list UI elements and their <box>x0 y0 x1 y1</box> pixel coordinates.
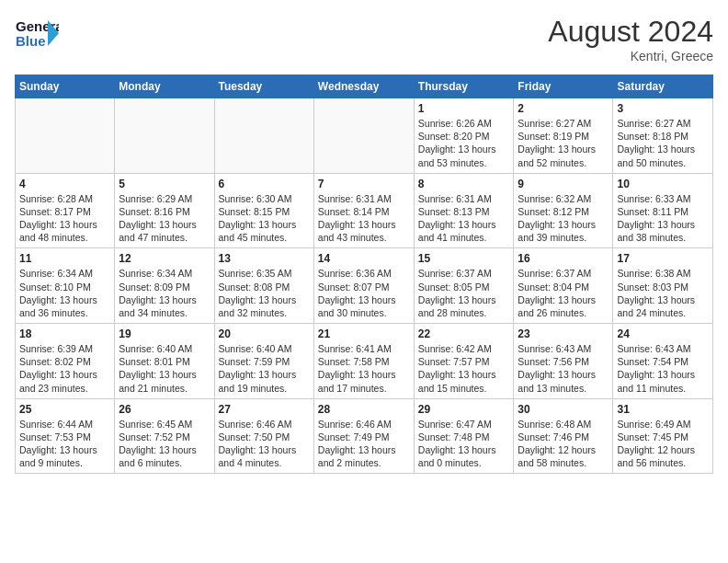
calendar-cell: 17Sunrise: 6:38 AM Sunset: 8:03 PM Dayli… <box>613 248 713 324</box>
day-number: 24 <box>617 327 709 340</box>
day-number: 8 <box>418 178 510 190</box>
day-info: Sunrise: 6:49 AM Sunset: 7:45 PM Dayligh… <box>617 418 709 470</box>
day-info: Sunrise: 6:43 AM Sunset: 7:56 PM Dayligh… <box>518 342 609 395</box>
weekday-header: Monday <box>115 75 214 98</box>
day-info: Sunrise: 6:48 AM Sunset: 7:46 PM Dayligh… <box>518 418 609 470</box>
day-number: 9 <box>518 178 609 190</box>
calendar-cell: 18Sunrise: 6:39 AM Sunset: 8:02 PM Dayli… <box>16 324 115 399</box>
day-number: 22 <box>418 327 510 340</box>
calendar-table: SundayMondayTuesdayWednesdayThursdayFrid… <box>15 75 713 474</box>
day-info: Sunrise: 6:43 AM Sunset: 7:54 PM Dayligh… <box>617 342 709 395</box>
day-info: Sunrise: 6:42 AM Sunset: 7:57 PM Dayligh… <box>418 342 510 395</box>
calendar-cell: 2Sunrise: 6:27 AM Sunset: 8:19 PM Daylig… <box>514 98 613 174</box>
calendar-cell: 25Sunrise: 6:44 AM Sunset: 7:53 PM Dayli… <box>16 398 115 474</box>
day-number: 1 <box>418 102 510 115</box>
day-number: 6 <box>219 178 310 190</box>
logo-icon: General Blue <box>15 15 59 53</box>
day-number: 4 <box>19 178 110 190</box>
day-number: 15 <box>418 252 510 265</box>
title-block: August 2024 Kentri, Greece <box>548 15 713 63</box>
day-info: Sunrise: 6:33 AM Sunset: 8:11 PM Dayligh… <box>617 192 709 245</box>
calendar-cell: 10Sunrise: 6:33 AM Sunset: 8:11 PM Dayli… <box>613 173 713 248</box>
day-info: Sunrise: 6:34 AM Sunset: 8:10 PM Dayligh… <box>19 267 110 319</box>
calendar-cell: 26Sunrise: 6:45 AM Sunset: 7:52 PM Dayli… <box>115 398 214 474</box>
day-info: Sunrise: 6:27 AM Sunset: 8:18 PM Dayligh… <box>617 117 709 169</box>
day-info: Sunrise: 6:27 AM Sunset: 8:19 PM Dayligh… <box>518 117 609 169</box>
calendar-cell: 9Sunrise: 6:32 AM Sunset: 8:12 PM Daylig… <box>514 173 613 248</box>
calendar-cell <box>115 98 214 174</box>
day-number: 16 <box>518 252 609 265</box>
day-info: Sunrise: 6:37 AM Sunset: 8:04 PM Dayligh… <box>518 267 609 319</box>
day-info: Sunrise: 6:34 AM Sunset: 8:09 PM Dayligh… <box>119 267 210 319</box>
day-number: 2 <box>518 102 609 115</box>
calendar-cell: 11Sunrise: 6:34 AM Sunset: 8:10 PM Dayli… <box>16 248 115 324</box>
calendar-cell: 5Sunrise: 6:29 AM Sunset: 8:16 PM Daylig… <box>115 173 214 248</box>
calendar-week-row: 1Sunrise: 6:26 AM Sunset: 8:20 PM Daylig… <box>16 98 713 174</box>
day-info: Sunrise: 6:45 AM Sunset: 7:52 PM Dayligh… <box>119 418 210 470</box>
day-number: 11 <box>19 252 110 265</box>
calendar-week-row: 18Sunrise: 6:39 AM Sunset: 8:02 PM Dayli… <box>16 324 713 399</box>
day-info: Sunrise: 6:44 AM Sunset: 7:53 PM Dayligh… <box>19 418 110 470</box>
day-info: Sunrise: 6:32 AM Sunset: 8:12 PM Dayligh… <box>518 192 609 245</box>
day-number: 25 <box>19 403 110 416</box>
logo: General Blue <box>15 15 59 53</box>
calendar-cell: 20Sunrise: 6:40 AM Sunset: 7:59 PM Dayli… <box>214 324 313 399</box>
calendar-cell: 31Sunrise: 6:49 AM Sunset: 7:45 PM Dayli… <box>613 398 713 474</box>
day-number: 13 <box>219 252 310 265</box>
weekday-header: Saturday <box>613 75 713 98</box>
calendar-title: August 2024 <box>548 15 713 49</box>
day-number: 12 <box>119 252 210 265</box>
day-info: Sunrise: 6:47 AM Sunset: 7:48 PM Dayligh… <box>418 418 510 470</box>
weekday-header: Thursday <box>414 75 514 98</box>
weekday-header: Sunday <box>16 75 115 98</box>
calendar-cell: 3Sunrise: 6:27 AM Sunset: 8:18 PM Daylig… <box>613 98 713 174</box>
calendar-cell: 29Sunrise: 6:47 AM Sunset: 7:48 PM Dayli… <box>414 398 514 474</box>
calendar-week-row: 4Sunrise: 6:28 AM Sunset: 8:17 PM Daylig… <box>16 173 713 248</box>
day-number: 30 <box>518 403 609 416</box>
day-info: Sunrise: 6:37 AM Sunset: 8:05 PM Dayligh… <box>418 267 510 319</box>
calendar-cell <box>16 98 115 174</box>
day-number: 10 <box>617 178 709 190</box>
day-number: 29 <box>418 403 510 416</box>
day-info: Sunrise: 6:29 AM Sunset: 8:16 PM Dayligh… <box>119 192 210 245</box>
day-number: 28 <box>318 403 410 416</box>
day-info: Sunrise: 6:46 AM Sunset: 7:50 PM Dayligh… <box>219 418 310 470</box>
calendar-cell: 28Sunrise: 6:46 AM Sunset: 7:49 PM Dayli… <box>313 398 414 474</box>
day-number: 7 <box>318 178 410 190</box>
calendar-cell: 30Sunrise: 6:48 AM Sunset: 7:46 PM Dayli… <box>514 398 613 474</box>
day-info: Sunrise: 6:26 AM Sunset: 8:20 PM Dayligh… <box>418 117 510 169</box>
day-number: 19 <box>119 327 210 340</box>
calendar-cell: 22Sunrise: 6:42 AM Sunset: 7:57 PM Dayli… <box>414 324 514 399</box>
calendar-week-row: 11Sunrise: 6:34 AM Sunset: 8:10 PM Dayli… <box>16 248 713 324</box>
day-info: Sunrise: 6:38 AM Sunset: 8:03 PM Dayligh… <box>617 267 709 319</box>
calendar-cell: 24Sunrise: 6:43 AM Sunset: 7:54 PM Dayli… <box>613 324 713 399</box>
day-info: Sunrise: 6:28 AM Sunset: 8:17 PM Dayligh… <box>19 192 110 245</box>
day-info: Sunrise: 6:31 AM Sunset: 8:14 PM Dayligh… <box>318 192 410 245</box>
day-number: 17 <box>617 252 709 265</box>
calendar-cell: 16Sunrise: 6:37 AM Sunset: 8:04 PM Dayli… <box>514 248 613 324</box>
day-info: Sunrise: 6:39 AM Sunset: 8:02 PM Dayligh… <box>19 342 110 395</box>
day-number: 31 <box>617 403 709 416</box>
calendar-cell: 15Sunrise: 6:37 AM Sunset: 8:05 PM Dayli… <box>414 248 514 324</box>
day-number: 27 <box>219 403 310 416</box>
svg-text:Blue: Blue <box>16 33 46 49</box>
day-info: Sunrise: 6:30 AM Sunset: 8:15 PM Dayligh… <box>219 192 310 245</box>
calendar-cell <box>214 98 313 174</box>
day-number: 23 <box>518 327 609 340</box>
day-info: Sunrise: 6:40 AM Sunset: 7:59 PM Dayligh… <box>219 342 310 395</box>
day-info: Sunrise: 6:41 AM Sunset: 7:58 PM Dayligh… <box>318 342 410 395</box>
calendar-cell: 19Sunrise: 6:40 AM Sunset: 8:01 PM Dayli… <box>115 324 214 399</box>
calendar-cell: 6Sunrise: 6:30 AM Sunset: 8:15 PM Daylig… <box>214 173 313 248</box>
calendar-cell: 14Sunrise: 6:36 AM Sunset: 8:07 PM Dayli… <box>313 248 414 324</box>
day-number: 3 <box>617 102 709 115</box>
calendar-cell: 4Sunrise: 6:28 AM Sunset: 8:17 PM Daylig… <box>16 173 115 248</box>
calendar-header-row: SundayMondayTuesdayWednesdayThursdayFrid… <box>16 75 713 98</box>
day-info: Sunrise: 6:31 AM Sunset: 8:13 PM Dayligh… <box>418 192 510 245</box>
day-number: 5 <box>119 178 210 190</box>
page-header: General Blue August 2024 Kentri, Greece <box>15 15 713 63</box>
calendar-cell: 21Sunrise: 6:41 AM Sunset: 7:58 PM Dayli… <box>313 324 414 399</box>
day-number: 14 <box>318 252 410 265</box>
calendar-cell: 23Sunrise: 6:43 AM Sunset: 7:56 PM Dayli… <box>514 324 613 399</box>
calendar-cell: 27Sunrise: 6:46 AM Sunset: 7:50 PM Dayli… <box>214 398 313 474</box>
day-number: 26 <box>119 403 210 416</box>
